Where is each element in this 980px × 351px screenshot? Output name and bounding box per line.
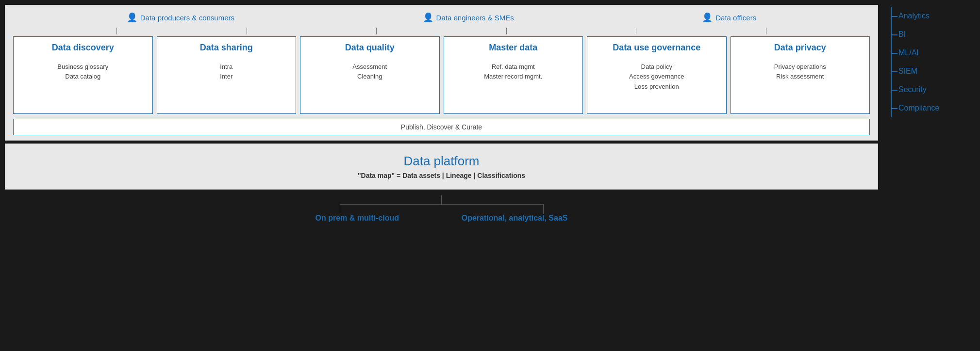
connector-line-1	[116, 28, 117, 34]
card-items-5: Privacy operations Risk assessment	[774, 62, 826, 82]
persona-icon-producers: 👤	[127, 12, 137, 23]
persona-producers: 👤 Data producers & consumers	[127, 12, 234, 23]
card-1: Data sharingIntra Inter	[157, 36, 297, 114]
card-2: Data qualityAssessment Cleaning	[300, 36, 440, 114]
card-0: Data discoveryBusiness glossary Data cat…	[13, 36, 153, 114]
data-platform-title: Data platform	[13, 154, 870, 169]
persona-engineers: 👤 Data engineers & SMEs	[423, 12, 514, 23]
persona-label-officers: Data officers	[715, 14, 756, 22]
main-area: 👤 Data producers & consumers 👤 Data engi…	[0, 0, 883, 351]
top-section: 👤 Data producers & consumers 👤 Data engi…	[5, 5, 878, 141]
sidebar-tick-0	[891, 16, 897, 17]
branch-h-line	[340, 204, 544, 205]
sidebar-item-bi[interactable]: BI	[891, 25, 972, 44]
card-items-4: Data policy Access governance Loss preve…	[629, 62, 684, 92]
connector-line-6	[766, 28, 766, 34]
branch-label-right: Operational, analytical, SaaS	[462, 214, 568, 223]
card-title-3: Master data	[489, 43, 537, 53]
sidebar-label-0: Analytics	[898, 12, 930, 20]
card-items-2: Assessment Cleaning	[352, 62, 387, 82]
lowest-section: On prem & multi-cloud Operational, analy…	[5, 192, 878, 223]
cards-row: Data discoveryBusiness glossary Data cat…	[13, 36, 870, 114]
card-items-0: Business glossary Data catalog	[57, 62, 108, 82]
card-title-4: Data use governance	[613, 43, 700, 53]
card-title-5: Data privacy	[774, 43, 826, 53]
sidebar-item-compliance[interactable]: Compliance	[891, 99, 972, 117]
card-5: Data privacyPrivacy operations Risk asse…	[731, 36, 870, 114]
branch-label-left: On prem & multi-cloud	[316, 214, 399, 223]
sidebar-tick-5	[891, 108, 897, 109]
data-platform-subtitle: "Data map" = Data assets | Lineage | Cla…	[13, 172, 870, 179]
card-4: Data use governanceData policy Access go…	[587, 36, 727, 114]
sidebar-label-2: ML/AI	[898, 48, 919, 57]
persona-label-engineers: Data engineers & SMEs	[436, 14, 514, 22]
branch-right-down	[543, 204, 544, 214]
branch-labels: On prem & multi-cloud Operational, analy…	[316, 214, 568, 223]
sidebar-item-ml-ai[interactable]: ML/AI	[891, 44, 972, 62]
right-sidebar: AnalyticsBIML/AISIEMSecurityCompliance	[883, 0, 980, 351]
persona-icon-officers: 👤	[702, 12, 713, 23]
card-title-1: Data sharing	[200, 43, 253, 53]
sidebar-label-3: SIEM	[898, 67, 917, 75]
card-title-2: Data quality	[345, 43, 395, 53]
sidebar-tick-3	[891, 71, 897, 72]
sidebar-items: AnalyticsBIML/AISIEMSecurityCompliance	[891, 7, 972, 117]
sidebar-item-security[interactable]: Security	[891, 80, 972, 99]
card-3: Master dataRef. data mgmt Master record …	[444, 36, 583, 114]
sidebar-item-siem[interactable]: SIEM	[891, 62, 972, 80]
sidebar-tick-1	[891, 34, 897, 35]
sidebar-item-analytics[interactable]: Analytics	[891, 7, 972, 25]
persona-officers: 👤 Data officers	[702, 12, 756, 23]
branch-left-down	[340, 204, 340, 214]
card-items-1: Intra Inter	[220, 62, 233, 82]
data-platform-section: Data platform "Data map" = Data assets |…	[5, 144, 878, 190]
sidebar-label-5: Compliance	[898, 104, 939, 112]
personas-row: 👤 Data producers & consumers 👤 Data engi…	[13, 12, 870, 23]
sidebar-label-4: Security	[898, 85, 927, 94]
branch-top-line	[441, 195, 442, 204]
connector-line-5	[636, 28, 636, 34]
connector-line-2	[247, 28, 247, 34]
connector-lines	[13, 28, 870, 34]
sidebar-tick-2	[891, 53, 897, 54]
persona-icon-engineers: 👤	[423, 12, 433, 23]
branch-container: On prem & multi-cloud Operational, analy…	[316, 195, 568, 223]
publish-bar: Publish, Discover & Curate	[13, 119, 870, 135]
connector-line-4	[506, 28, 507, 34]
sidebar-label-1: BI	[898, 30, 906, 38]
connector-line-3	[376, 28, 377, 34]
card-title-0: Data discovery	[52, 43, 114, 53]
sidebar-tick-4	[891, 90, 897, 91]
persona-label-producers: Data producers & consumers	[140, 14, 234, 22]
card-items-3: Ref. data mgmt Master record mgmt.	[484, 62, 542, 82]
